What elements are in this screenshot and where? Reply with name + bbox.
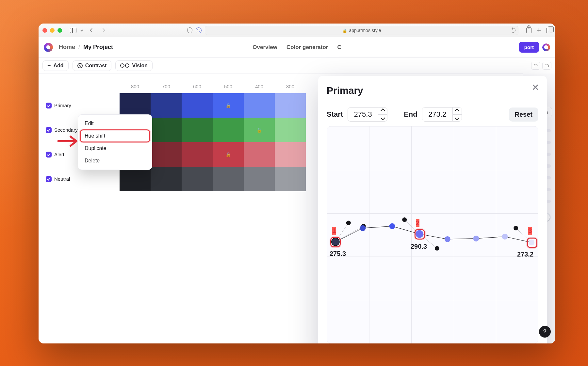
tab-truncated[interactable]: C: [337, 44, 341, 51]
minimize-window-button[interactable]: [50, 28, 55, 33]
checkbox[interactable]: [46, 103, 52, 108]
tracker-radar-icon[interactable]: [196, 27, 202, 33]
tab-overview-icon[interactable]: [546, 27, 551, 33]
marker-label-1: 1: [332, 227, 336, 235]
sidebar-chevron-down-icon[interactable]: [80, 26, 83, 34]
undo-button[interactable]: [531, 62, 540, 70]
shade-label: 500: [213, 84, 244, 89]
swatch-cell[interactable]: [213, 142, 244, 167]
refresh-icon[interactable]: [511, 28, 515, 33]
redo-icon: [545, 64, 549, 67]
user-avatar-icon[interactable]: [542, 43, 550, 51]
checkbox[interactable]: [46, 176, 52, 182]
glasses-icon: [120, 63, 129, 68]
end-label: End: [404, 110, 417, 119]
start-input[interactable]: 275.3: [348, 107, 387, 122]
header-tabs: Overview Color generator C: [253, 44, 341, 51]
swatch-cell[interactable]: [244, 118, 275, 142]
context-menu-item[interactable]: Duplicate: [80, 142, 150, 155]
shade-label: 800: [120, 84, 151, 89]
context-menu: EditHue shiftDuplicateDelete: [78, 114, 152, 170]
svg-point-9: [514, 226, 518, 230]
close-window-button[interactable]: [42, 28, 47, 33]
back-button[interactable]: [87, 26, 96, 34]
close-icon[interactable]: [532, 84, 539, 91]
redo-button[interactable]: [542, 62, 551, 70]
breadcrumb-home[interactable]: Home: [59, 44, 75, 51]
swatch-cell[interactable]: [151, 142, 182, 167]
swatch-cell[interactable]: [275, 93, 306, 118]
swatch-cell[interactable]: [213, 118, 244, 142]
vision-button[interactable]: Vision: [115, 60, 153, 71]
browser-window: app.atmos.style + Home / My Project Over…: [39, 24, 555, 343]
reset-button[interactable]: Reset: [509, 108, 538, 122]
swatch-cell[interactable]: [244, 93, 275, 118]
swatch-cell[interactable]: [182, 93, 213, 118]
start-label: Start: [327, 110, 343, 119]
contrast-button[interactable]: Contrast: [73, 60, 112, 71]
context-menu-item[interactable]: Hue shift: [80, 130, 150, 142]
privacy-shield-icon[interactable]: [187, 27, 192, 33]
end-step-down[interactable]: [453, 114, 462, 122]
marker-3[interactable]: [527, 238, 537, 248]
marker-2[interactable]: [415, 229, 425, 240]
row-name[interactable]: Neutral: [39, 176, 120, 182]
marker-1[interactable]: [330, 237, 341, 247]
end-step-up[interactable]: [453, 108, 462, 114]
swatch-cell[interactable]: [275, 142, 306, 167]
swatch-cell[interactable]: [275, 118, 306, 142]
new-tab-icon[interactable]: +: [537, 27, 541, 33]
swatch-cell[interactable]: [182, 167, 213, 191]
address-bar[interactable]: app.atmos.style: [205, 26, 518, 35]
zoom-window-button[interactable]: [57, 28, 62, 33]
left-value: 275.3: [330, 250, 346, 258]
svg-point-15: [473, 236, 479, 241]
shade-label: 400: [244, 84, 275, 89]
swatch-cell[interactable]: [120, 167, 151, 191]
end-input[interactable]: 273.2: [422, 107, 462, 122]
share-icon[interactable]: [526, 27, 531, 33]
breadcrumb-separator: /: [78, 44, 80, 51]
vision-label: Vision: [132, 63, 148, 69]
hue-chart[interactable]: 1 275.3 2 290.3 3 273.2: [327, 126, 538, 343]
swatch-cell[interactable]: [182, 142, 213, 167]
svg-point-14: [445, 236, 450, 242]
swatch-cell[interactable]: [182, 118, 213, 142]
add-button[interactable]: + Add: [42, 60, 69, 71]
context-menu-item[interactable]: Edit: [80, 117, 150, 130]
swatch-cell[interactable]: [151, 93, 182, 118]
start-step-down[interactable]: [378, 114, 387, 122]
atmos-logo-icon[interactable]: [44, 43, 53, 52]
contrast-icon: [77, 63, 83, 68]
tab-generator[interactable]: Color generator: [286, 44, 328, 51]
row-name[interactable]: Primary: [39, 103, 120, 108]
lock-icon: [225, 152, 231, 157]
checkbox[interactable]: [46, 127, 52, 133]
svg-point-7: [402, 217, 407, 222]
swatch-cell[interactable]: [244, 167, 275, 191]
svg-point-11: [360, 225, 366, 231]
tab-overview[interactable]: Overview: [253, 44, 277, 51]
checkbox[interactable]: [46, 152, 52, 158]
help-button[interactable]: ?: [539, 326, 551, 338]
breadcrumb-project[interactable]: My Project: [83, 44, 113, 51]
marker-label-3: 3: [528, 227, 532, 235]
context-menu-item[interactable]: Delete: [80, 155, 150, 167]
swatch-cell[interactable]: [151, 118, 182, 142]
annotation-arrow-icon: [57, 135, 78, 148]
swatch-cell[interactable]: [213, 93, 244, 118]
start-step-up[interactable]: [378, 108, 387, 114]
shade-label: 600: [182, 84, 213, 89]
export-button[interactable]: port: [519, 42, 539, 53]
swatch-cell[interactable]: [213, 167, 244, 191]
lock-icon: [256, 127, 262, 133]
swatch-cell[interactable]: [120, 93, 151, 118]
lock-icon: [225, 103, 231, 108]
swatch-cell[interactable]: [275, 167, 306, 191]
swatch-cell[interactable]: [151, 167, 182, 191]
undo-icon: [534, 64, 538, 67]
svg-point-16: [502, 234, 508, 240]
start-value: 275.3: [348, 108, 378, 121]
swatch-cell[interactable]: [244, 142, 275, 167]
sidebar-toggle-icon[interactable]: [69, 26, 78, 34]
